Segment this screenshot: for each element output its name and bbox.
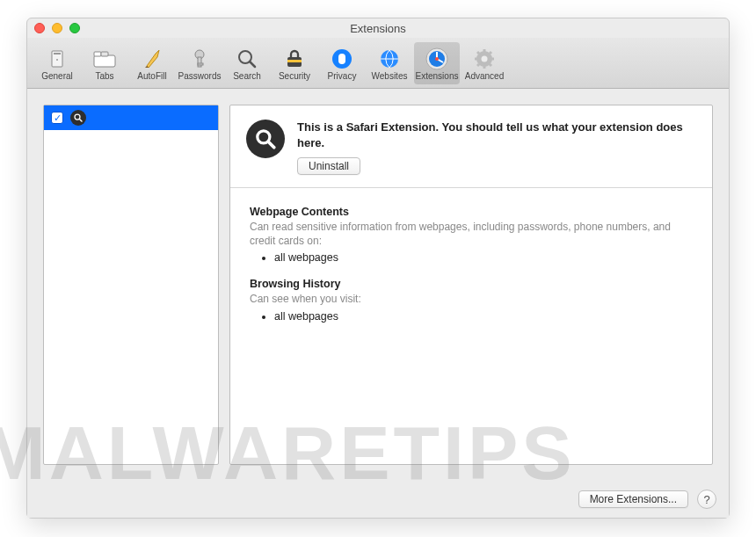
privacy-icon — [330, 47, 354, 71]
svg-line-30 — [80, 120, 83, 122]
toolbar-label: Advanced — [465, 71, 504, 81]
svg-rect-5 — [101, 52, 108, 56]
detail-header: This is a Safari Extension. You should t… — [230, 105, 712, 188]
help-button[interactable]: ? — [697, 490, 716, 509]
toolbar-label: Websites — [372, 71, 408, 81]
extension-detail-panel: This is a Safari Extension. You should t… — [229, 105, 713, 465]
section-bullets: all webpages — [274, 310, 693, 323]
svg-point-18 — [435, 57, 439, 61]
extensions-icon — [425, 47, 449, 71]
svg-rect-14 — [338, 54, 345, 64]
svg-rect-1 — [54, 53, 61, 54]
traffic-lights — [34, 23, 80, 33]
extension-enable-checkbox[interactable]: ✓ — [51, 112, 63, 124]
content-area: ✓ This is a Safari Extension. You should… — [27, 89, 729, 481]
toolbar-label: General — [41, 71, 73, 81]
toolbar-tabs[interactable]: Tabs — [82, 42, 127, 84]
toolbar-general[interactable]: General — [34, 42, 80, 84]
preferences-toolbar: General Tabs AutoFill Passwords Search — [27, 38, 729, 89]
svg-rect-4 — [94, 52, 101, 56]
svg-rect-8 — [198, 63, 203, 65]
titlebar: Extensions — [27, 18, 729, 38]
security-icon — [282, 47, 307, 71]
svg-point-2 — [56, 59, 58, 61]
svg-line-26 — [490, 64, 491, 66]
window-footer: More Extensions... ? — [27, 481, 729, 518]
close-window-button[interactable] — [34, 23, 45, 33]
minimize-window-button[interactable] — [52, 23, 62, 33]
general-icon — [45, 47, 69, 71]
toolbar-label: Search — [233, 71, 261, 81]
passwords-icon — [187, 47, 212, 71]
autofill-icon — [140, 47, 164, 71]
section-title: Webpage Contents — [250, 206, 693, 218]
bullet-item: all webpages — [274, 310, 693, 323]
toolbar-label: Extensions — [416, 71, 459, 81]
svg-line-25 — [477, 52, 479, 54]
tabs-icon — [92, 47, 117, 71]
section-title: Browsing History — [250, 278, 693, 290]
section-desc: Can read sensitive information from webp… — [250, 220, 693, 248]
permissions-body: Webpage Contents Can read sensitive info… — [230, 188, 712, 354]
uninstall-button[interactable]: Uninstall — [297, 157, 360, 175]
svg-rect-3 — [94, 55, 115, 67]
websites-icon — [377, 47, 402, 71]
toolbar-security[interactable]: Security — [272, 42, 317, 84]
extension-list-item[interactable]: ✓ — [44, 105, 218, 130]
svg-point-20 — [482, 56, 488, 62]
toolbar-label: Privacy — [328, 71, 357, 81]
toolbar-label: AutoFill — [137, 71, 166, 81]
toolbar-search[interactable]: Search — [224, 42, 270, 84]
toolbar-autofill[interactable]: AutoFill — [129, 42, 175, 84]
toolbar-label: Passwords — [178, 71, 222, 81]
toolbar-label: Security — [279, 71, 310, 81]
svg-line-27 — [477, 64, 479, 66]
extension-icon — [70, 110, 86, 126]
search-icon — [235, 47, 259, 71]
toolbar-websites[interactable]: Websites — [367, 42, 412, 84]
svg-rect-12 — [287, 60, 302, 62]
preferences-window: Extensions General Tabs AutoFill Passwor… — [26, 18, 730, 519]
toolbar-advanced[interactable]: Advanced — [462, 42, 507, 84]
extensions-sidebar: ✓ — [43, 105, 219, 465]
bullet-item: all webpages — [274, 251, 693, 264]
advanced-icon — [472, 47, 497, 71]
svg-line-10 — [250, 62, 255, 67]
maximize-window-button[interactable] — [69, 23, 80, 33]
toolbar-privacy[interactable]: Privacy — [319, 42, 365, 84]
extension-large-icon — [246, 120, 285, 158]
window-title: Extensions — [27, 22, 729, 35]
section-bullets: all webpages — [274, 251, 693, 264]
toolbar-label: Tabs — [95, 71, 113, 81]
section-desc: Can see when you visit: — [250, 292, 693, 306]
extension-description: This is a Safari Extension. You should t… — [297, 120, 696, 150]
svg-line-28 — [490, 52, 491, 54]
toolbar-passwords[interactable]: Passwords — [177, 42, 222, 84]
more-extensions-button[interactable]: More Extensions... — [578, 490, 688, 508]
svg-line-32 — [268, 142, 274, 148]
toolbar-extensions[interactable]: Extensions — [414, 42, 460, 84]
